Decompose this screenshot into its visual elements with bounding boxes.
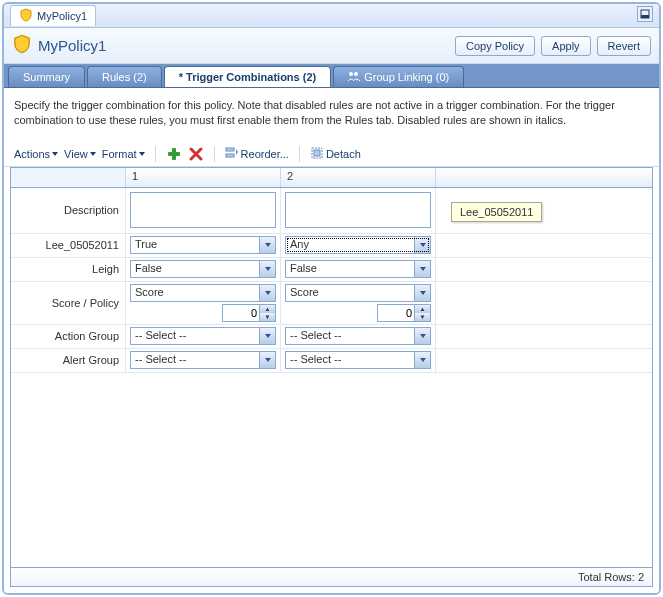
delete-button[interactable] xyxy=(188,146,204,162)
format-menu[interactable]: Format xyxy=(102,148,145,160)
svg-rect-6 xyxy=(226,148,234,151)
row-label: Alert Group xyxy=(11,349,126,372)
lee-combo-2[interactable]: Any xyxy=(285,236,431,254)
chevron-down-icon xyxy=(259,352,275,368)
svg-point-2 xyxy=(349,72,353,76)
revert-button[interactable]: Revert xyxy=(597,36,651,56)
shield-icon xyxy=(19,8,33,24)
actions-menu[interactable]: Actions xyxy=(14,148,58,160)
separator xyxy=(155,146,156,162)
row-action-group: Action Group -- Select -- -- Select -- xyxy=(11,325,652,349)
grid-corner xyxy=(11,168,126,187)
document-tab[interactable]: MyPolicy1 xyxy=(10,5,96,26)
alert-combo-2[interactable]: -- Select -- xyxy=(285,351,431,369)
spin-up-icon[interactable]: ▲ xyxy=(415,305,430,313)
lee-combo-1[interactable]: True xyxy=(130,236,276,254)
page-title-text: MyPolicy1 xyxy=(38,37,106,54)
description-input-2[interactable] xyxy=(285,192,431,228)
cell-description-2 xyxy=(281,188,436,233)
tab-rules[interactable]: Rules (2) xyxy=(87,66,162,87)
row-label: Leigh xyxy=(11,258,126,281)
separator xyxy=(214,146,215,162)
column-header-1[interactable]: 1 xyxy=(126,168,281,187)
chevron-down-icon xyxy=(139,152,145,156)
reorder-icon xyxy=(225,146,239,162)
chevron-down-icon xyxy=(414,261,430,277)
row-label: Score / Policy xyxy=(11,282,126,324)
group-icon xyxy=(348,71,360,83)
svg-point-3 xyxy=(354,72,358,76)
grid: 1 2 Description Lee_05052011 True Any xyxy=(10,167,653,568)
page-header: MyPolicy1 Copy Policy Apply Revert xyxy=(4,28,659,64)
tooltip: Lee_05052011 xyxy=(451,202,542,222)
document-tab-label: MyPolicy1 xyxy=(37,10,87,22)
chevron-down-icon xyxy=(52,152,58,156)
apply-button[interactable]: Apply xyxy=(541,36,591,56)
column-header-2[interactable]: 2 xyxy=(281,168,436,187)
detach-icon xyxy=(310,146,324,162)
row-label: Description xyxy=(11,188,126,233)
cell-description-1 xyxy=(126,188,281,233)
svg-rect-9 xyxy=(314,150,320,156)
chevron-down-icon xyxy=(259,237,275,253)
tab-summary[interactable]: Summary xyxy=(8,66,85,87)
row-leigh: Leigh False False xyxy=(11,258,652,282)
chevron-down-icon xyxy=(259,285,275,301)
detach-button[interactable]: Detach xyxy=(310,146,361,162)
svg-rect-5 xyxy=(168,152,180,156)
chevron-down-icon xyxy=(90,152,96,156)
view-menu[interactable]: View xyxy=(64,148,96,160)
intro-text: Specify the trigger combination for this… xyxy=(4,88,659,142)
row-label: Action Group xyxy=(11,325,126,348)
spin-down-icon[interactable]: ▼ xyxy=(260,313,275,321)
row-score: Score / Policy Score ▲▼ Score ▲▼ xyxy=(11,282,652,325)
tab-trigger-combinations[interactable]: * Trigger Combinations (2) xyxy=(164,66,332,87)
chevron-down-icon xyxy=(259,328,275,344)
total-rows-label: Total Rows: 2 xyxy=(578,571,644,583)
action-combo-2[interactable]: -- Select -- xyxy=(285,327,431,345)
score-spinner-1[interactable]: ▲▼ xyxy=(222,304,276,322)
score-combo-2[interactable]: Score xyxy=(285,284,431,302)
chevron-down-icon xyxy=(259,261,275,277)
action-combo-1[interactable]: -- Select -- xyxy=(130,327,276,345)
grid-footer: Total Rows: 2 xyxy=(10,568,653,587)
svg-rect-1 xyxy=(641,15,649,18)
score-value-1[interactable] xyxy=(223,305,259,321)
chevron-down-icon xyxy=(414,285,430,301)
chevron-down-icon xyxy=(414,352,430,368)
alert-combo-1[interactable]: -- Select -- xyxy=(130,351,276,369)
score-spinner-2[interactable]: ▲▼ xyxy=(377,304,431,322)
leigh-combo-1[interactable]: False xyxy=(130,260,276,278)
tab-group-linking[interactable]: Group Linking (0) xyxy=(333,66,464,87)
description-input-1[interactable] xyxy=(130,192,276,228)
score-combo-1[interactable]: Score xyxy=(130,284,276,302)
minimize-icon[interactable] xyxy=(637,6,653,22)
nav-tabs: Summary Rules (2) * Trigger Combinations… xyxy=(4,64,659,88)
document-tabstrip: MyPolicy1 xyxy=(4,4,659,28)
separator xyxy=(299,146,300,162)
svg-rect-7 xyxy=(226,154,234,157)
toolbar: Actions View Format Reorder... Detach xyxy=(4,142,659,167)
leigh-combo-2[interactable]: False xyxy=(285,260,431,278)
row-label: Lee_05052011 xyxy=(11,234,126,257)
copy-policy-button[interactable]: Copy Policy xyxy=(455,36,535,56)
spin-up-icon[interactable]: ▲ xyxy=(260,305,275,313)
add-button[interactable] xyxy=(166,146,182,162)
chevron-down-icon xyxy=(414,237,430,253)
grid-header: 1 2 xyxy=(11,168,652,188)
score-value-2[interactable] xyxy=(378,305,414,321)
page-title: MyPolicy1 xyxy=(12,34,449,57)
shield-icon xyxy=(12,34,32,57)
grid-body: Description Lee_05052011 True Any Leigh … xyxy=(11,188,652,567)
reorder-button[interactable]: Reorder... xyxy=(225,146,289,162)
row-alert-group: Alert Group -- Select -- -- Select -- xyxy=(11,349,652,373)
row-description: Description xyxy=(11,188,652,234)
chevron-down-icon xyxy=(414,328,430,344)
row-lee: Lee_05052011 True Any xyxy=(11,234,652,258)
spin-down-icon[interactable]: ▼ xyxy=(415,313,430,321)
